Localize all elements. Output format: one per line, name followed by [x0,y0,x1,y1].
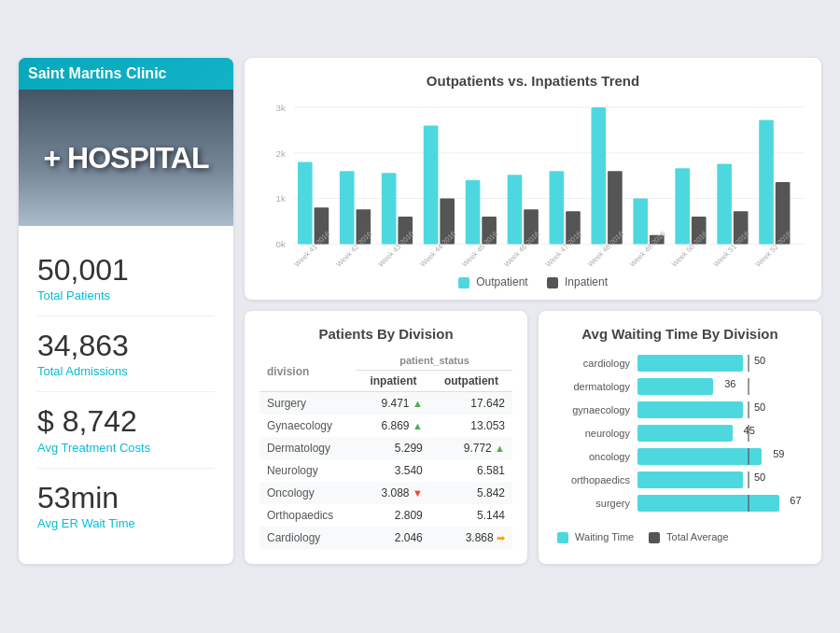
avg-treatment-value: $ 8,742 [37,405,215,438]
avg-line [748,378,749,395]
right-panel: Outpatients vs. Inpatients Trend 3k 2k 1… [245,58,821,564]
bottom-row: Patients By Division division patient_st… [245,311,821,564]
trend-chart-legend: Outpatient Inpatient [259,275,806,288]
waiting-chart-title: Avg Waiting Time By Division [553,326,806,342]
bar-row: orthopaedics50 [553,471,806,488]
table-row: Dermatology5.299 9.772 ▲ [259,437,512,459]
inpatient-legend: Inpatient [547,275,608,288]
bar-row: surgery67 [553,495,806,512]
table-row: Cardiology2.046 3.868 ➡ [259,527,512,549]
trend-chart-title: Outpatients vs. Inpatients Trend [259,73,806,89]
total-avg-legend: Total Average [649,531,728,543]
inpatient-legend-dot [547,277,558,288]
waiting-time-dot [557,532,568,543]
svg-text:2k: 2k [276,148,286,159]
table-row: Neurology3.540 6.581 [259,459,512,482]
division-table-card: Patients By Division division patient_st… [245,311,527,564]
table-row: Oncology3.088 ▼5.842 [259,482,512,504]
avg-er-label: Avg ER Wait Time [37,516,215,530]
svg-rect-18 [508,175,523,244]
stats-section: 50,001 Total Patients 34,863 Total Admis… [19,226,233,564]
dashboard: Saint Martins Clinic + HOSPITAL 50,001 T… [9,49,831,584]
avg-line [748,401,749,418]
total-admissions-block: 34,863 Total Admissions [37,316,215,392]
outpatient-legend: Outpatient [458,275,528,288]
bar-row: cardiology50 [553,355,806,372]
svg-rect-24 [633,199,648,245]
trend-chart-area: 3k 2k 1k 0k [259,98,806,285]
table-row: Gynaecology6.869 ▲13.053 [259,415,512,437]
total-patients-label: Total Patients [37,288,215,302]
avg-line [748,355,749,372]
division-table: division patient_status inpatient outpat… [259,351,512,549]
hospital-logo-text: + HOSPITAL [19,90,233,226]
svg-rect-20 [550,171,565,244]
avg-treatment-label: Avg Treatment Costs [37,441,215,455]
svg-rect-10 [340,171,355,244]
table-row: Surgery9.471 ▲17.642 [259,392,512,415]
avg-line [748,425,749,442]
avg-line [748,471,749,488]
left-panel: Saint Martins Clinic + HOSPITAL 50,001 T… [19,58,233,564]
clinic-name: Saint Martins Clinic [19,58,233,90]
svg-rect-14 [424,125,439,244]
bar-row: oncology59 [553,448,806,465]
col-outpatient: outpatient [430,371,512,392]
bar-row: neurology45 [553,425,806,442]
avg-line [748,448,749,465]
svg-rect-30 [759,120,774,245]
col-division: division [259,351,357,392]
svg-text:1k: 1k [276,193,286,204]
hospital-image: Saint Martins Clinic + HOSPITAL [19,58,233,226]
col-inpatient: inpatient [357,371,430,392]
trend-chart-svg: 3k 2k 1k 0k [259,98,806,266]
col-patient-status: patient_status [357,351,512,371]
total-admissions-value: 34,863 [37,330,215,362]
total-admissions-label: Total Admissions [37,364,215,378]
total-patients-block: 50,001 Total Patients [37,241,215,316]
svg-rect-16 [466,180,481,244]
svg-rect-8 [298,162,313,245]
bar-row: dermatology36 [553,378,806,395]
svg-rect-22 [592,107,607,245]
total-avg-dot [649,532,660,543]
bar-row: gynaecology50 [553,401,806,418]
table-row: Orthopaedics2.809 5.144 [259,504,512,527]
avg-er-block: 53min Avg ER Wait Time [37,469,215,543]
waiting-chart-card: Avg Waiting Time By Division cardiology5… [539,311,821,564]
total-patients-value: 50,001 [37,254,215,287]
division-table-title: Patients By Division [259,326,512,342]
waiting-chart: cardiology50dermatology36gynaecology50ne… [553,351,806,522]
svg-text:3k: 3k [276,103,286,113]
outpatient-legend-dot [458,277,469,288]
avg-er-value: 53min [37,482,215,514]
avg-treatment-block: $ 8,742 Avg Treatment Costs [37,392,215,468]
trend-chart-card: Outpatients vs. Inpatients Trend 3k 2k 1… [245,58,821,300]
avg-line [748,495,749,512]
svg-rect-28 [717,163,732,244]
svg-rect-12 [382,173,397,244]
waiting-legend: Waiting Time Total Average [553,531,806,543]
waiting-time-legend: Waiting Time [557,531,634,543]
svg-rect-26 [675,168,690,244]
svg-text:0k: 0k [276,239,286,249]
